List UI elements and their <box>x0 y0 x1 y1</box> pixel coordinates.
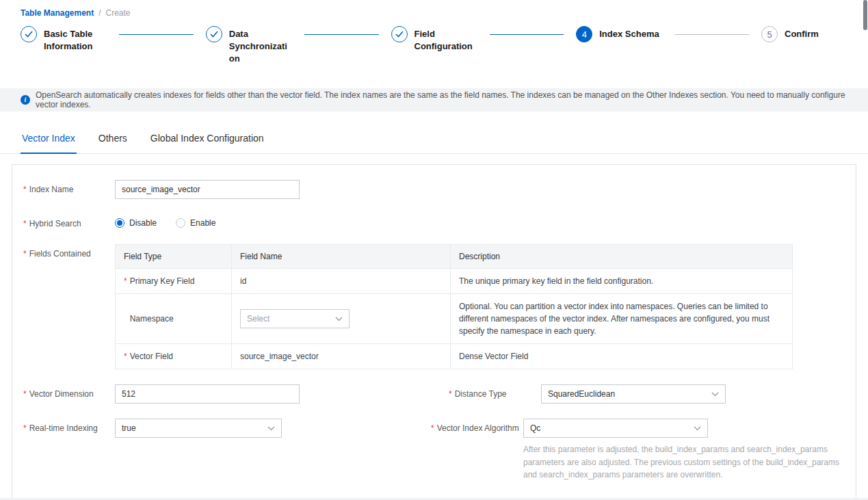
distance-type-select[interactable]: SquaredEuclidean <box>541 384 726 404</box>
required-asterisk: * <box>431 423 434 433</box>
fields-contained-row: *Fields Contained Field Type Field Name … <box>23 244 845 369</box>
required-asterisk: * <box>23 423 27 433</box>
tab-vector-index[interactable]: Vector Index <box>21 126 77 154</box>
step-label: Confirm <box>785 26 847 42</box>
realtime-indexing-label: *Real-time Indexing <box>23 419 115 434</box>
step-connector <box>490 34 564 35</box>
step-label: Data Synchronization <box>229 26 292 66</box>
namespace-select[interactable]: Select <box>240 309 350 328</box>
hybrid-search-enable-radio[interactable]: Enable <box>176 218 215 228</box>
radio-checked-icon <box>115 218 124 228</box>
hybrid-search-disable-radio[interactable]: Disable <box>115 218 157 228</box>
description-cell: The unique primary key field in the fiel… <box>451 269 793 294</box>
field-name-cell: source_image_vector <box>232 344 451 369</box>
chevron-down-icon <box>267 426 275 431</box>
step-confirm: 5 Confirm <box>761 26 847 42</box>
field-type-cell: *Vector Field <box>116 344 232 369</box>
index-name-label: *Index Name <box>23 180 115 196</box>
table-row-vector-field: *Vector Field source_image_vector Dense … <box>116 344 793 369</box>
required-asterisk: * <box>23 185 27 194</box>
required-asterisk: * <box>23 389 27 399</box>
table-row-namespace: *Namespace Select Optional. You can part… <box>116 294 793 344</box>
required-asterisk: * <box>124 352 127 361</box>
hybrid-search-row: *Hybrid Search Disable Enable <box>23 214 845 230</box>
required-asterisk: * <box>124 276 127 286</box>
step-label: Field Configuration <box>415 26 477 53</box>
column-field-type: Field Type <box>116 245 232 269</box>
chevron-down-icon <box>711 392 719 397</box>
required-asterisk: * <box>449 389 452 399</box>
step-done-check-icon <box>206 26 222 42</box>
algorithm-help-text: After this parameter is adjusted, the bu… <box>523 443 845 482</box>
step-done-check-icon <box>391 26 408 42</box>
hybrid-search-label: *Hybrid Search <box>23 214 115 230</box>
scrollbar-track <box>863 0 868 500</box>
field-name-cell: Select <box>232 294 451 344</box>
vector-dimension-distance-row: *Vector Dimension *Distance Type Squared… <box>23 384 845 404</box>
select-placeholder: Select <box>247 313 269 325</box>
breadcrumb: Table Management / Create <box>0 0 868 18</box>
breadcrumb-separator: / <box>98 8 101 18</box>
breadcrumb-table-management[interactable]: Table Management <box>21 8 94 18</box>
info-icon: i <box>21 95 30 105</box>
column-field-name: Field Name <box>232 245 451 269</box>
realtime-indexing-select[interactable]: true <box>115 419 282 438</box>
radio-unchecked-icon <box>176 218 185 228</box>
vector-index-algorithm-label: *Vector Index Algorithm <box>431 419 523 434</box>
select-value: true <box>122 423 136 433</box>
tab-bar: Vector Index Others Global Index Configu… <box>0 126 868 154</box>
step-data-synchronization[interactable]: Data Synchronization <box>206 26 292 66</box>
fields-contained-label: *Fields Contained <box>23 244 115 260</box>
step-connector <box>119 34 194 35</box>
required-asterisk: * <box>23 249 27 259</box>
info-banner: i OpenSearch automatically creates index… <box>0 88 868 111</box>
description-cell: Optional. You can partition a vector ind… <box>451 294 793 344</box>
step-field-configuration[interactable]: Field Configuration <box>391 26 477 53</box>
step-connector <box>674 34 749 35</box>
breadcrumb-create: Create <box>105 8 130 18</box>
step-done-check-icon <box>21 26 37 42</box>
step-label: Basic Table Information <box>44 26 107 53</box>
distance-type-label: *Distance Type <box>449 384 541 400</box>
field-name-cell: id <box>232 269 451 294</box>
vector-dimension-label: *Vector Dimension <box>23 384 115 400</box>
select-value: SquaredEuclidean <box>548 389 615 399</box>
column-description: Description <box>451 245 793 269</box>
index-name-input[interactable] <box>115 180 300 199</box>
step-number-badge: 4 <box>576 26 592 42</box>
step-connector <box>304 34 379 35</box>
step-index-schema: 4 Index Schema <box>576 26 662 42</box>
vector-index-algorithm-select[interactable]: Qc <box>523 419 708 438</box>
field-type-cell: *Namespace <box>116 294 232 344</box>
field-type-cell: *Primary Key Field <box>116 269 232 294</box>
vector-dimension-input[interactable] <box>115 384 300 404</box>
description-cell: Dense Vector Field <box>451 344 793 369</box>
realtime-algorithm-row: *Real-time Indexing true *Vector Index A… <box>23 419 845 482</box>
required-asterisk: * <box>23 219 27 228</box>
radio-label: Enable <box>190 218 215 228</box>
fields-contained-table: Field Type Field Name Description *Prima… <box>115 244 793 369</box>
chevron-down-icon <box>694 426 701 431</box>
step-wizard: Basic Table Information Data Synchroniza… <box>0 18 868 66</box>
tab-global-index-configuration[interactable]: Global Index Configuration <box>149 126 265 153</box>
table-header-row: Field Type Field Name Description <box>116 245 793 269</box>
step-basic-table-information[interactable]: Basic Table Information <box>21 26 107 53</box>
scrollbar-thumb[interactable] <box>863 0 867 30</box>
index-name-row: *Index Name <box>23 180 845 199</box>
radio-label: Disable <box>129 218 157 228</box>
vector-index-algorithm-field: Qc After this parameter is adjusted, the… <box>523 419 845 482</box>
info-banner-text: OpenSearch automatically creates indexes… <box>36 90 847 109</box>
chevron-down-icon <box>335 317 343 321</box>
hybrid-search-radio-group: Disable Enable <box>115 214 215 228</box>
vector-index-form-panel: *Index Name *Hybrid Search Disable Enabl… <box>12 164 856 500</box>
tab-others[interactable]: Others <box>97 126 129 153</box>
step-number-badge: 5 <box>761 26 778 42</box>
step-label: Index Schema <box>599 26 662 42</box>
select-value: Qc <box>530 423 540 433</box>
table-row-primary-key: *Primary Key Field id The unique primary… <box>116 269 793 294</box>
